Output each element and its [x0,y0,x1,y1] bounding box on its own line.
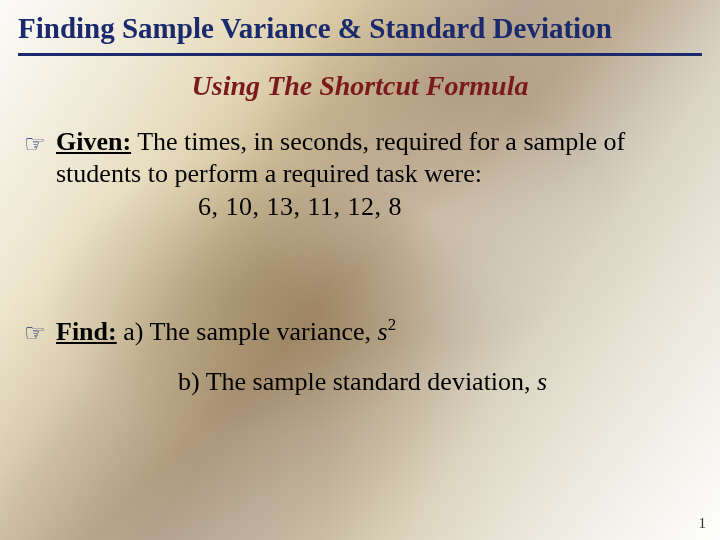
given-text: Given: The times, in seconds, required f… [56,126,702,223]
given-label: Given: [56,127,131,156]
slide-title: Finding Sample Variance & Standard Devia… [18,10,702,51]
find-b-prefix: b) The sample standard deviation, [178,367,537,396]
hand-point-icon: ☞ [24,128,46,160]
title-rule [18,53,702,56]
given-data: 6, 10, 13, 11, 12, 8 [56,191,702,223]
find-a-prefix: a) The sample variance, [117,317,378,346]
page-number: 1 [699,515,707,532]
body: ☞ Given: The times, in seconds, required… [18,126,702,397]
find-a-sup: 2 [388,315,396,334]
find-item: ☞ Find: a) The sample variance, s2 b) Th… [18,315,702,397]
slide: Finding Sample Variance & Standard Devia… [0,0,720,540]
slide-subtitle: Using The Shortcut Formula [18,70,702,102]
find-label: Find: [56,317,117,346]
given-body: The times, in seconds, required for a sa… [56,127,625,188]
find-text: Find: a) The sample variance, s2 b) The … [56,315,702,397]
find-a-symbol: s [378,317,388,346]
given-item: ☞ Given: The times, in seconds, required… [18,126,702,223]
find-b: b) The sample standard deviation, s [178,366,702,398]
find-b-symbol: s [537,367,547,396]
hand-point-icon: ☞ [24,317,46,349]
